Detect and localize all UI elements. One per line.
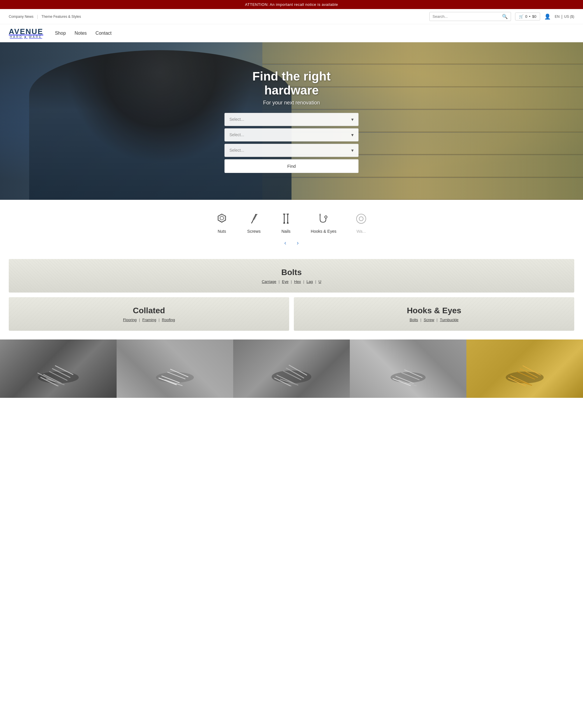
screws-label: Screws bbox=[247, 229, 260, 234]
pipe-sep: | bbox=[561, 14, 563, 19]
carousel-prev-button[interactable]: ‹ bbox=[282, 238, 288, 247]
screw-pile-2-svg bbox=[151, 351, 198, 386]
collated-link-framing[interactable]: Framing bbox=[142, 318, 156, 322]
nuts-icon bbox=[215, 211, 229, 226]
svg-point-15 bbox=[325, 216, 327, 218]
theme-features-link[interactable]: Theme Features & Styles bbox=[41, 15, 81, 19]
svg-point-1 bbox=[220, 216, 224, 220]
screws-svg bbox=[248, 213, 260, 225]
collated-links: Flooring | Framing | Roofing bbox=[15, 318, 283, 322]
cart-sep: • bbox=[529, 14, 530, 19]
svg-point-33 bbox=[272, 370, 311, 383]
bolts-link-u[interactable]: U bbox=[318, 280, 321, 284]
user-account-button[interactable]: 👤 bbox=[544, 14, 551, 20]
bolts-link-carriage[interactable]: Carriage bbox=[262, 280, 276, 284]
cart-price: $0 bbox=[532, 14, 536, 19]
featured-half-row: Collated Flooring | Framing | Roofing Ho… bbox=[9, 297, 574, 331]
shelf-row bbox=[262, 42, 583, 64]
hooks-link-bolts[interactable]: Bolts bbox=[410, 318, 418, 322]
hero-select-1[interactable]: Select... ▾ bbox=[224, 113, 359, 126]
nav-item-shop: Shop bbox=[55, 31, 65, 36]
utility-nav-right: 🔍 🛒 0 • $0 👤 EN | US ($) bbox=[429, 12, 574, 21]
carousel-next-button[interactable]: › bbox=[295, 238, 301, 247]
nav-item-notes: Notes bbox=[75, 31, 87, 36]
bolts-title: Bolts bbox=[15, 268, 568, 277]
product-image-4[interactable] bbox=[350, 339, 466, 398]
region: US ($) bbox=[564, 15, 574, 19]
washers-svg bbox=[355, 213, 367, 225]
product-image-2[interactable] bbox=[117, 339, 233, 398]
collated-title: Collated bbox=[15, 306, 283, 315]
hooks-link-turnbuckle[interactable]: Turnbuckle bbox=[440, 318, 459, 322]
product-image-5[interactable] bbox=[466, 339, 583, 398]
carousel-nav: ‹ › bbox=[282, 238, 301, 247]
logo-name: AVENUE bbox=[9, 28, 43, 35]
hero-title: Find the right hardware bbox=[224, 70, 359, 98]
nav-link-notes[interactable]: Notes bbox=[75, 31, 87, 35]
product-image-1[interactable] bbox=[0, 339, 117, 398]
utility-nav: Company News | Theme Features & Styles 🔍… bbox=[0, 9, 583, 24]
cart-button[interactable]: 🛒 0 • $0 bbox=[515, 12, 540, 20]
hero-select-1-label: Select... bbox=[229, 117, 244, 122]
nuts-label: Nuts bbox=[218, 229, 226, 234]
featured-bolts[interactable]: Bolts Carriage | Eye | Hex | Lag | U bbox=[9, 259, 574, 292]
nav-links: Shop Notes Contact bbox=[55, 31, 111, 36]
hero-form: Select... ▾ Select... ▾ Select... ▾ Find bbox=[224, 113, 359, 173]
link-sep: | bbox=[420, 318, 421, 322]
hero-select-2[interactable]: Select... ▾ bbox=[224, 128, 359, 141]
svg-marker-14 bbox=[287, 222, 288, 224]
category-hooks-eyes[interactable]: Hooks & Eyes bbox=[311, 211, 336, 234]
company-news-link[interactable]: Company News bbox=[9, 15, 33, 19]
category-screws[interactable]: Screws bbox=[247, 211, 261, 234]
nav-link-contact[interactable]: Contact bbox=[95, 31, 112, 35]
nuts-svg bbox=[216, 213, 228, 225]
utility-nav-left: Company News | Theme Features & Styles bbox=[9, 14, 81, 19]
find-button[interactable]: Find bbox=[224, 159, 359, 173]
product-strip bbox=[0, 339, 583, 398]
hero-select-2-label: Select... bbox=[229, 132, 244, 137]
logo-star: ★ bbox=[24, 35, 28, 38]
link-sep: | bbox=[159, 318, 160, 322]
svg-point-18 bbox=[359, 217, 363, 221]
category-nails[interactable]: Nails bbox=[279, 211, 293, 234]
link-sep: | bbox=[315, 280, 316, 284]
shelf-row bbox=[262, 178, 583, 200]
product-image-3[interactable] bbox=[233, 339, 350, 398]
screws-icon bbox=[247, 211, 261, 226]
chevron-down-icon-3: ▾ bbox=[351, 148, 354, 153]
logo[interactable]: AVENUE HARD ★ WARE bbox=[9, 28, 43, 38]
featured-hooks-eyes[interactable]: Hooks & Eyes Bolts | Screw | Turnbuckle bbox=[294, 297, 574, 331]
cart-icon: 🛒 bbox=[519, 14, 524, 19]
chevron-down-icon-1: ▾ bbox=[351, 117, 354, 122]
category-washers[interactable]: Wa... bbox=[354, 211, 368, 234]
nav-link-shop[interactable]: Shop bbox=[55, 31, 65, 35]
search-input[interactable] bbox=[433, 14, 502, 19]
washers-label: Wa... bbox=[357, 229, 366, 234]
bolts-link-eye[interactable]: Eye bbox=[282, 280, 288, 284]
announcement-text: ATTENTION: An important recall notice is… bbox=[245, 2, 338, 7]
bolts-link-lag[interactable]: Lag bbox=[307, 280, 313, 284]
hero-select-3-label: Select... bbox=[229, 148, 244, 153]
bolts-link-hex[interactable]: Hex bbox=[294, 280, 301, 284]
search-button[interactable]: 🔍 bbox=[502, 14, 508, 19]
nav-item-contact: Contact bbox=[95, 31, 112, 36]
hooks-link-screw[interactable]: Screw bbox=[423, 318, 434, 322]
screw-pile-5-svg bbox=[501, 351, 548, 386]
cart-count: 0 bbox=[525, 14, 527, 19]
hero-subtitle: For your next renovation bbox=[224, 100, 359, 106]
nails-svg bbox=[280, 213, 292, 225]
link-sep: | bbox=[139, 318, 140, 322]
svg-point-17 bbox=[357, 214, 366, 224]
collated-link-flooring[interactable]: Flooring bbox=[123, 318, 137, 322]
hooks-eyes-title: Hooks & Eyes bbox=[300, 306, 568, 315]
svg-point-46 bbox=[506, 371, 544, 383]
link-sep: | bbox=[279, 280, 280, 284]
hero-select-3[interactable]: Select... ▾ bbox=[224, 144, 359, 157]
screw-pile-1-svg bbox=[35, 351, 82, 386]
chevron-down-icon-2: ▾ bbox=[351, 132, 354, 138]
hero-content: Find the right hardware For your next re… bbox=[224, 70, 359, 173]
category-nuts[interactable]: Nuts bbox=[215, 211, 229, 234]
collated-link-roofing[interactable]: Roofing bbox=[162, 318, 175, 322]
featured-collated[interactable]: Collated Flooring | Framing | Roofing bbox=[9, 297, 289, 331]
washers-icon bbox=[354, 211, 368, 226]
